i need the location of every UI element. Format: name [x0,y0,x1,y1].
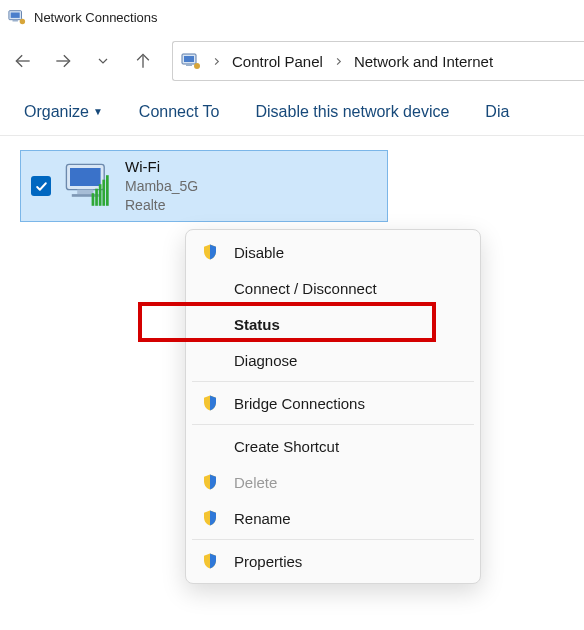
svg-point-3 [20,19,25,24]
menu-bridge-label: Bridge Connections [234,395,365,412]
caret-down-icon: ▼ [93,106,103,117]
title-bar: Network Connections [0,0,584,34]
svg-rect-18 [102,180,105,206]
up-arrow-icon[interactable] [132,50,154,72]
menu-separator [192,539,474,540]
network-connections-app-icon [8,8,26,26]
svg-rect-16 [95,189,98,206]
chevron-right-icon[interactable] [211,53,222,70]
blank-icon [200,350,220,370]
address-bar[interactable]: Control Panel Network and Internet [172,41,584,81]
menu-connect-disconnect-label: Connect / Disconnect [234,280,377,297]
menu-diagnose[interactable]: Diagnose [186,342,480,378]
svg-rect-1 [11,13,20,18]
menu-separator [192,424,474,425]
organize-menu[interactable]: Organize ▼ [24,103,103,121]
menu-bridge-connections[interactable]: Bridge Connections [186,385,480,421]
menu-disable[interactable]: Disable [186,234,480,270]
menu-delete: Delete [186,464,480,500]
network-connections-location-icon [181,51,201,71]
diagnose-button[interactable]: Dia [485,103,509,121]
menu-delete-label: Delete [234,474,277,491]
back-arrow-icon[interactable] [12,50,34,72]
svg-rect-17 [99,184,102,206]
adapter-item-wifi[interactable]: Wi-Fi Mamba_5G Realte [20,150,388,222]
chevron-right-icon[interactable] [333,53,344,70]
adapter-device: Realte [125,196,198,215]
menu-create-shortcut[interactable]: Create Shortcut [186,428,480,464]
svg-rect-2 [13,20,18,22]
shield-icon [200,508,220,528]
menu-connect-disconnect[interactable]: Connect / Disconnect [186,270,480,306]
adapter-ssid: Mamba_5G [125,177,198,196]
menu-status[interactable]: Status [186,306,480,342]
svg-rect-12 [70,168,101,186]
svg-rect-8 [184,56,194,62]
nav-arrows [12,50,154,72]
disable-device-button[interactable]: Disable this network device [255,103,449,121]
forward-arrow-icon[interactable] [52,50,74,72]
svg-point-10 [194,63,200,69]
context-menu: Disable Connect / Disconnect Status Diag… [185,229,481,584]
menu-separator [192,381,474,382]
svg-rect-14 [72,194,99,197]
shield-icon [200,472,220,492]
adapter-text: Wi-Fi Mamba_5G Realte [125,157,198,215]
adapter-name: Wi-Fi [125,157,198,177]
shield-icon [200,551,220,571]
recent-chevron-down-icon[interactable] [92,50,114,72]
connect-to-button[interactable]: Connect To [139,103,220,121]
organize-label: Organize [24,103,89,121]
adapter-selected-checkbox[interactable] [31,176,51,196]
content-area: Wi-Fi Mamba_5G Realte [0,136,584,236]
adapter-icon [61,159,115,213]
blank-icon [200,436,220,456]
svg-rect-13 [77,190,93,195]
breadcrumb-control-panel[interactable]: Control Panel [232,53,323,70]
navigation-bar: Control Panel Network and Internet [0,34,584,88]
menu-status-label: Status [234,316,280,333]
svg-rect-9 [186,64,192,66]
menu-properties[interactable]: Properties [186,543,480,579]
blank-icon [200,314,220,334]
blank-icon [200,278,220,298]
svg-rect-15 [92,193,95,206]
menu-rename-label: Rename [234,510,291,527]
menu-disable-label: Disable [234,244,284,261]
menu-diagnose-label: Diagnose [234,352,297,369]
window-title: Network Connections [34,10,158,25]
menu-rename[interactable]: Rename [186,500,480,536]
breadcrumb-network-and-internet[interactable]: Network and Internet [354,53,493,70]
command-bar: Organize ▼ Connect To Disable this netwo… [0,88,584,136]
menu-create-shortcut-label: Create Shortcut [234,438,339,455]
svg-rect-19 [106,175,109,206]
shield-icon [200,393,220,413]
shield-icon [200,242,220,262]
menu-properties-label: Properties [234,553,302,570]
